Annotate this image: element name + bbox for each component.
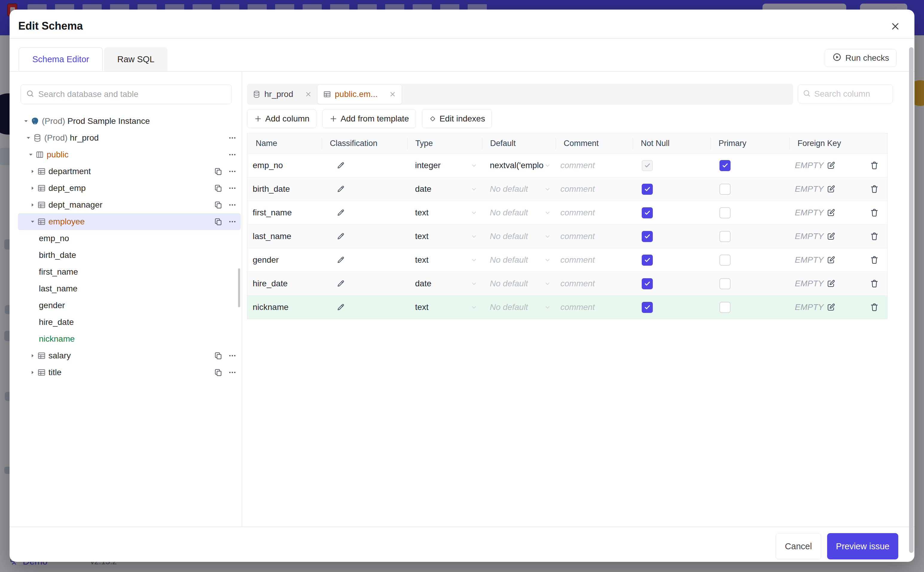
edit-foreign-key-button[interactable] xyxy=(826,161,836,170)
tree-item-salary[interactable]: salary xyxy=(18,347,241,364)
default-select[interactable]: nextval('employ xyxy=(482,161,556,170)
comment-input[interactable]: comment xyxy=(556,161,633,170)
not-null-checkbox[interactable] xyxy=(642,231,653,242)
comment-input[interactable]: comment xyxy=(556,208,633,218)
tree-item-gender[interactable]: gender xyxy=(18,297,241,314)
caret-down-icon[interactable] xyxy=(26,152,35,158)
edit-foreign-key-button[interactable] xyxy=(826,232,836,241)
tree-item-last_name[interactable]: last_name xyxy=(18,280,241,297)
primary-checkbox[interactable] xyxy=(719,160,730,171)
tree-item-public[interactable]: public xyxy=(18,146,241,163)
run-checks-button[interactable]: Run checks xyxy=(825,49,896,67)
tree-item-title[interactable]: title xyxy=(18,364,241,381)
not-null-checkbox[interactable] xyxy=(642,184,653,195)
column-name[interactable]: emp_no xyxy=(247,161,322,170)
editor-tab-public-employee[interactable]: public.em... xyxy=(317,84,402,104)
more-actions-button[interactable] xyxy=(228,167,237,176)
edit-classification-button[interactable] xyxy=(336,303,345,312)
close-tab-icon[interactable] xyxy=(389,91,396,98)
delete-column-button[interactable] xyxy=(870,232,879,241)
delete-column-button[interactable] xyxy=(870,255,879,265)
comment-input[interactable]: comment xyxy=(556,279,633,288)
not-null-checkbox[interactable] xyxy=(642,160,653,171)
default-select[interactable]: No default xyxy=(482,302,556,312)
tab-schema-editor[interactable]: Schema Editor xyxy=(19,47,103,71)
sidebar-scrollbar-thumb[interactable] xyxy=(238,268,240,307)
delete-column-button[interactable] xyxy=(870,184,879,194)
edit-classification-button[interactable] xyxy=(336,185,345,194)
tree-item-Prod Sample Instance[interactable]: (Prod) Prod Sample Instance xyxy=(18,113,241,129)
copy-table-button[interactable] xyxy=(214,184,223,193)
edit-foreign-key-button[interactable] xyxy=(826,303,836,312)
more-actions-button[interactable] xyxy=(228,201,237,209)
column-name[interactable]: gender xyxy=(247,255,322,265)
delete-column-button[interactable] xyxy=(870,161,879,170)
more-actions-button[interactable] xyxy=(228,151,237,159)
edit-foreign-key-button[interactable] xyxy=(826,279,836,288)
default-select[interactable]: No default xyxy=(482,184,556,194)
type-select[interactable]: date xyxy=(407,279,482,288)
edit-foreign-key-button[interactable] xyxy=(826,255,836,264)
type-select[interactable]: text xyxy=(407,208,482,218)
default-select[interactable]: No default xyxy=(482,232,556,241)
cancel-button[interactable]: Cancel xyxy=(776,533,821,560)
primary-checkbox[interactable] xyxy=(719,184,730,195)
default-select[interactable]: No default xyxy=(482,208,556,218)
not-null-checkbox[interactable] xyxy=(642,278,653,289)
caret-right-icon[interactable] xyxy=(28,185,37,191)
not-null-checkbox[interactable] xyxy=(642,207,653,218)
close-tab-icon[interactable] xyxy=(305,91,312,98)
copy-table-button[interactable] xyxy=(214,217,223,226)
primary-checkbox[interactable] xyxy=(719,255,730,266)
primary-checkbox[interactable] xyxy=(719,231,730,242)
editor-tab-hr-prod[interactable]: hr_prod xyxy=(247,84,317,105)
caret-right-icon[interactable] xyxy=(28,353,37,359)
edit-classification-button[interactable] xyxy=(336,208,345,217)
not-null-checkbox[interactable] xyxy=(642,255,653,266)
edit-indexes-button[interactable]: Edit indexes xyxy=(422,109,492,128)
preview-issue-button[interactable]: Preview issue xyxy=(827,533,898,560)
column-name[interactable]: nickname xyxy=(247,302,322,312)
caret-down-icon[interactable] xyxy=(28,219,37,225)
not-null-checkbox[interactable] xyxy=(642,302,653,313)
comment-input[interactable]: comment xyxy=(556,255,633,265)
copy-table-button[interactable] xyxy=(214,351,223,360)
database-search-input[interactable] xyxy=(38,89,227,99)
copy-table-button[interactable] xyxy=(214,167,223,176)
edit-classification-button[interactable] xyxy=(336,232,345,241)
type-select[interactable]: date xyxy=(407,184,482,194)
caret-down-icon[interactable] xyxy=(24,135,33,141)
primary-checkbox[interactable] xyxy=(719,207,730,218)
more-actions-button[interactable] xyxy=(228,184,237,192)
more-actions-button[interactable] xyxy=(228,134,237,142)
tree-item-dept_manager[interactable]: dept_manager xyxy=(18,197,241,213)
tree-item-employee[interactable]: employee xyxy=(18,213,241,230)
column-name[interactable]: last_name xyxy=(247,232,322,241)
more-actions-button[interactable] xyxy=(228,351,237,360)
caret-right-icon[interactable] xyxy=(28,168,37,174)
comment-input[interactable]: comment xyxy=(556,302,633,312)
tree-item-hr_prod[interactable]: (Prod) hr_prod xyxy=(18,129,241,146)
type-select[interactable]: integer xyxy=(407,161,482,170)
column-search-input[interactable] xyxy=(814,89,888,99)
close-button[interactable] xyxy=(889,20,902,33)
tree-item-department[interactable]: department xyxy=(18,163,241,180)
default-select[interactable]: No default xyxy=(482,255,556,265)
column-name[interactable]: hire_date xyxy=(247,279,322,288)
tab-raw-sql[interactable]: Raw SQL xyxy=(104,47,167,71)
caret-right-icon[interactable] xyxy=(28,202,37,208)
type-select[interactable]: text xyxy=(407,255,482,265)
primary-checkbox[interactable] xyxy=(719,278,730,289)
tree-item-birth_date[interactable]: birth_date xyxy=(18,247,241,264)
modal-scrollbar-thumb[interactable] xyxy=(909,47,913,553)
tree-item-hire_date[interactable]: hire_date xyxy=(18,314,241,331)
default-select[interactable]: No default xyxy=(482,279,556,288)
edit-foreign-key-button[interactable] xyxy=(826,185,836,194)
copy-table-button[interactable] xyxy=(214,201,223,210)
copy-table-button[interactable] xyxy=(214,368,223,377)
tree-item-dept_emp[interactable]: dept_emp xyxy=(18,180,241,197)
more-actions-button[interactable] xyxy=(228,368,237,377)
type-select[interactable]: text xyxy=(407,302,482,312)
tree-item-first_name[interactable]: first_name xyxy=(18,264,241,280)
tree-item-emp_no[interactable]: emp_no xyxy=(18,230,241,247)
